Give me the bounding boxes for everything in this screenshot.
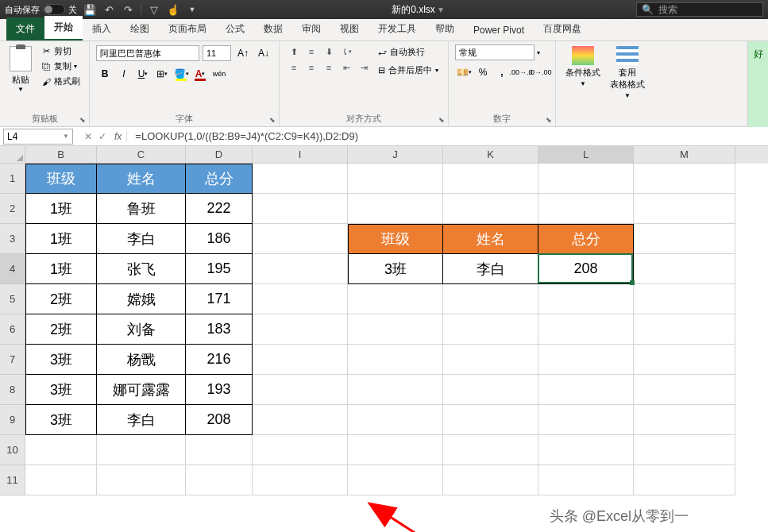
wrap-text-button[interactable]: ⮐自动换行 bbox=[375, 44, 442, 60]
row-header-3[interactable]: 3 bbox=[0, 224, 25, 254]
cell-B1[interactable]: 班级 bbox=[25, 164, 97, 194]
font-name-select[interactable] bbox=[96, 45, 199, 61]
cell-L2[interactable] bbox=[538, 194, 634, 224]
align-left-icon[interactable]: ≡ bbox=[286, 60, 302, 75]
row-header-7[interactable]: 7 bbox=[0, 345, 25, 375]
comma-icon[interactable]: , bbox=[493, 64, 511, 81]
underline-button[interactable]: U▾ bbox=[134, 65, 152, 83]
increase-decimal-icon[interactable]: .00→.0 bbox=[512, 64, 530, 81]
decrease-decimal-icon[interactable]: .0→.00 bbox=[531, 64, 549, 81]
cell-M4[interactable] bbox=[634, 254, 735, 284]
cell-C1[interactable]: 姓名 bbox=[97, 164, 186, 194]
phonetic-button[interactable]: wén bbox=[210, 65, 228, 83]
cell-D10[interactable] bbox=[186, 435, 253, 465]
cell-L4[interactable]: 208 bbox=[538, 254, 634, 284]
paste-button[interactable]: 粘贴 ▼ bbox=[6, 44, 35, 94]
indent-dec-icon[interactable]: ⇤ bbox=[338, 60, 354, 75]
select-all-corner[interactable] bbox=[0, 146, 25, 164]
cell-I3[interactable] bbox=[253, 224, 348, 254]
cell-B2[interactable]: 1班 bbox=[25, 194, 97, 224]
tab-baidu[interactable]: 百度网盘 bbox=[534, 17, 591, 40]
cell-I1[interactable] bbox=[253, 164, 348, 194]
cell-J3[interactable]: 班级 bbox=[348, 224, 443, 254]
row-header-1[interactable]: 1 bbox=[0, 164, 25, 194]
formula-input[interactable]: =LOOKUP(1,0/((B2:B9=J4)*(C2:C9=K4)),D2:D… bbox=[132, 130, 768, 142]
alignment-launcher-icon[interactable]: ⬊ bbox=[438, 116, 445, 124]
tab-data[interactable]: 数据 bbox=[254, 17, 292, 40]
cell-D1[interactable]: 总分 bbox=[186, 164, 253, 194]
cell-I11[interactable] bbox=[253, 465, 348, 495]
cell-K10[interactable] bbox=[443, 435, 538, 465]
cell-B6[interactable]: 2班 bbox=[25, 314, 97, 345]
cell-J9[interactable] bbox=[348, 405, 443, 435]
cell-style-good[interactable]: 好 bbox=[747, 41, 768, 127]
cell-K2[interactable] bbox=[443, 194, 538, 224]
tab-view[interactable]: 视图 bbox=[330, 17, 369, 40]
cell-L8[interactable] bbox=[538, 375, 634, 405]
cell-B8[interactable]: 3班 bbox=[25, 375, 97, 405]
cell-M1[interactable] bbox=[634, 164, 735, 194]
font-size-select[interactable] bbox=[203, 45, 231, 61]
tab-layout[interactable]: 页面布局 bbox=[159, 17, 216, 40]
row-header-9[interactable]: 9 bbox=[0, 405, 25, 435]
cell-D7[interactable]: 216 bbox=[186, 345, 253, 375]
cell-B7[interactable]: 3班 bbox=[25, 345, 97, 375]
cell-C8[interactable]: 娜可露露 bbox=[97, 375, 186, 405]
cell-M5[interactable] bbox=[634, 284, 735, 314]
cell-M8[interactable] bbox=[634, 375, 735, 405]
cell-L10[interactable] bbox=[538, 435, 634, 465]
cell-K5[interactable] bbox=[443, 284, 538, 314]
font-color-button[interactable]: A▾ bbox=[191, 65, 209, 83]
cell-K1[interactable] bbox=[443, 164, 538, 194]
cell-C2[interactable]: 鲁班 bbox=[97, 194, 186, 224]
align-middle-icon[interactable]: ≡ bbox=[303, 44, 319, 59]
row-header-6[interactable]: 6 bbox=[0, 314, 25, 345]
cell-M7[interactable] bbox=[634, 345, 735, 375]
cell-J2[interactable] bbox=[348, 194, 443, 224]
merge-center-button[interactable]: ⊟合并后居中▾ bbox=[375, 63, 442, 78]
column-header-I[interactable]: I bbox=[253, 146, 348, 164]
column-header-D[interactable]: D bbox=[186, 146, 253, 164]
cell-B4[interactable]: 1班 bbox=[25, 254, 97, 284]
cell-C10[interactable] bbox=[97, 435, 186, 465]
name-box[interactable]: L4▼ bbox=[3, 129, 73, 145]
cell-J8[interactable] bbox=[348, 375, 443, 405]
cell-J10[interactable] bbox=[348, 435, 443, 465]
save-icon[interactable]: 💾 bbox=[83, 3, 96, 16]
indent-inc-icon[interactable]: ⇥ bbox=[356, 60, 372, 75]
align-right-icon[interactable]: ≡ bbox=[321, 60, 337, 75]
tab-draw[interactable]: 绘图 bbox=[121, 17, 159, 40]
tab-powerpivot[interactable]: Power Pivot bbox=[464, 20, 534, 40]
tab-formulas[interactable]: 公式 bbox=[216, 17, 254, 40]
cell-C7[interactable]: 杨戬 bbox=[97, 345, 186, 375]
autosave-toggle[interactable]: 自动保存 关 bbox=[5, 4, 77, 16]
cell-L9[interactable] bbox=[538, 405, 634, 435]
cell-D11[interactable] bbox=[186, 465, 253, 495]
cell-K9[interactable] bbox=[443, 405, 538, 435]
align-top-icon[interactable]: ⬆ bbox=[286, 44, 302, 59]
number-format-select[interactable] bbox=[455, 44, 535, 60]
decrease-font-icon[interactable]: A↓ bbox=[255, 44, 272, 62]
cell-I2[interactable] bbox=[253, 194, 348, 224]
column-header-B[interactable]: B bbox=[25, 146, 97, 164]
touch-icon[interactable]: ☝ bbox=[167, 3, 179, 16]
border-button[interactable]: ⊞▾ bbox=[153, 65, 171, 83]
cell-C6[interactable]: 刘备 bbox=[97, 314, 186, 345]
cell-B11[interactable] bbox=[25, 465, 97, 495]
align-bottom-icon[interactable]: ⬇ bbox=[321, 44, 337, 59]
column-header-M[interactable]: M bbox=[634, 146, 735, 164]
cell-I10[interactable] bbox=[253, 435, 348, 465]
cell-M2[interactable] bbox=[634, 194, 735, 224]
cell-J5[interactable] bbox=[348, 284, 443, 314]
orientation-icon[interactable]: ⤹▾ bbox=[338, 44, 354, 59]
number-launcher-icon[interactable]: ⬊ bbox=[546, 116, 552, 124]
copy-button[interactable]: ⿻复制▾ bbox=[38, 60, 83, 73]
row-header-5[interactable]: 5 bbox=[0, 284, 25, 314]
cell-K11[interactable] bbox=[443, 465, 538, 495]
row-header-11[interactable]: 11 bbox=[0, 465, 25, 495]
cell-B10[interactable] bbox=[25, 435, 97, 465]
cell-D8[interactable]: 193 bbox=[186, 375, 253, 405]
cell-M6[interactable] bbox=[634, 314, 735, 345]
cell-I9[interactable] bbox=[253, 405, 348, 435]
cell-C5[interactable]: 嫦娥 bbox=[97, 284, 186, 314]
